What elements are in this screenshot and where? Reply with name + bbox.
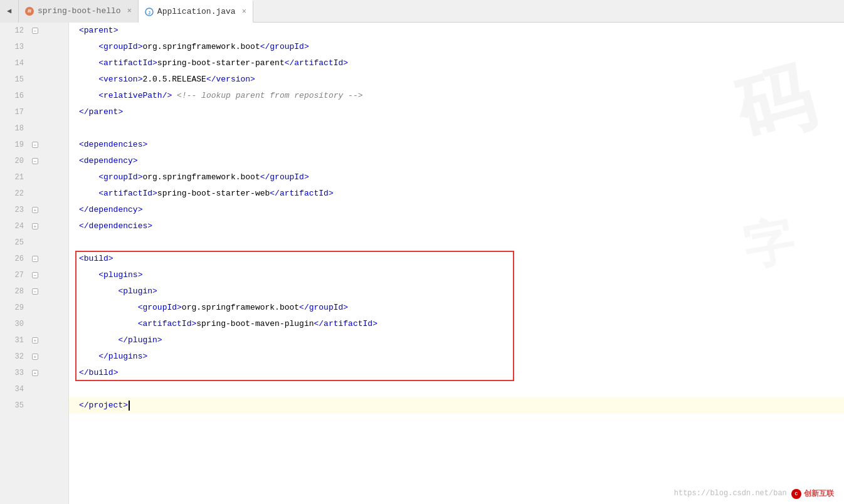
tab-maven[interactable]: m spring-boot-hello ×	[19, 0, 139, 23]
code-line: <groupId>org.springframework.boot</group…	[69, 39, 844, 55]
java-icon: J	[145, 8, 154, 16]
logo-text: 创新互联	[804, 488, 834, 499]
code-line	[69, 381, 844, 397]
bottom-bar: https://blog.csdn.net/ban C 创新互联	[674, 488, 834, 499]
tab-java-label: Application.java	[157, 7, 236, 16]
code-line: <dependency>	[69, 153, 844, 169]
code-line	[69, 120, 844, 137]
code-line: </build>	[69, 365, 844, 381]
code-line: <groupId>org.springframework.boot</group…	[69, 169, 844, 186]
code-line: <artifactId>spring-boot-starter-web</art…	[69, 186, 844, 202]
tab-java-close[interactable]: ×	[242, 8, 246, 16]
code-line: </plugin>	[69, 332, 844, 349]
tab-bar: ◀ m spring-boot-hello × J Application.ja…	[0, 0, 844, 23]
tab-maven-close[interactable]: ×	[127, 7, 132, 16]
code-line: <build>	[69, 251, 844, 267]
code-line: </plugins>	[69, 349, 844, 365]
bottom-url: https://blog.csdn.net/ban	[674, 489, 787, 498]
code-line: </project>	[69, 397, 844, 414]
editor-container: 12−13141516171819−20−212223+24+2526−27−2…	[0, 23, 844, 504]
code-line: <groupId>org.springframework.boot</group…	[69, 300, 844, 316]
code-area[interactable]: 码 字 <parent> <groupId>org.springframewor…	[69, 23, 844, 504]
code-line	[69, 234, 844, 251]
code-line: </parent>	[69, 104, 844, 120]
code-line: </dependencies>	[69, 218, 844, 234]
svg-text:J: J	[148, 10, 150, 15]
code-line: <relativePath/> <!-- lookup parent from …	[69, 88, 844, 104]
maven-icon: m	[25, 7, 34, 16]
code-line: <plugins>	[69, 267, 844, 283]
tab-java[interactable]: J Application.java ×	[139, 0, 253, 23]
code-line: <plugin>	[69, 283, 844, 300]
tab-maven-label: spring-boot-hello	[38, 6, 121, 16]
code-line: <version>2.0.5.RELEASE</version>	[69, 71, 844, 88]
bottom-logo: C 创新互联	[791, 488, 834, 499]
line-gutter: 12−13141516171819−20−212223+24+2526−27−2…	[0, 23, 69, 504]
code-line: </dependency>	[69, 202, 844, 218]
code-line: <dependencies>	[69, 137, 844, 153]
code-line: <artifactId>spring-boot-maven-plugin</ar…	[69, 316, 844, 332]
logo-icon: C	[791, 489, 801, 499]
code-line: <parent>	[69, 23, 844, 39]
tab-nav-back[interactable]: ◀	[0, 0, 19, 23]
code-line: <artifactId>spring-boot-starter-parent</…	[69, 55, 844, 71]
